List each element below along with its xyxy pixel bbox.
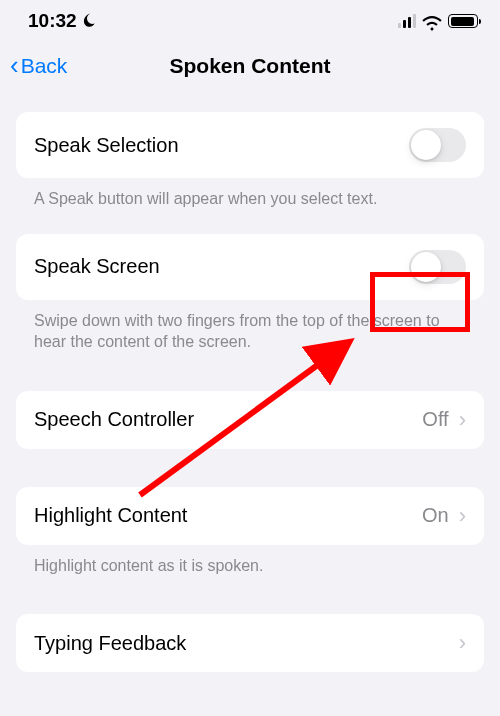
status-time-group: 10:32: [28, 10, 97, 32]
toggle-knob: [411, 252, 441, 282]
chevron-right-icon: ›: [459, 630, 466, 656]
speak-selection-cell[interactable]: Speak Selection: [16, 112, 484, 178]
speech-controller-cell[interactable]: Speech Controller Off ›: [16, 391, 484, 449]
status-bar: 10:32: [0, 0, 500, 38]
speak-screen-toggle[interactable]: [409, 250, 466, 284]
speak-selection-toggle[interactable]: [409, 128, 466, 162]
do-not-disturb-icon: [81, 12, 97, 31]
back-label: Back: [21, 54, 68, 78]
highlight-content-cell[interactable]: Highlight Content On ›: [16, 487, 484, 545]
speak-selection-label: Speak Selection: [34, 134, 179, 157]
highlight-content-footer: Highlight content as it is spoken.: [16, 545, 484, 577]
speech-controller-label: Speech Controller: [34, 408, 194, 431]
chevron-left-icon: ‹: [10, 52, 19, 78]
content-area: Speak Selection A Speak button will appe…: [0, 88, 500, 672]
back-button[interactable]: ‹ Back: [10, 54, 67, 78]
speak-screen-cell[interactable]: Speak Screen: [16, 234, 484, 300]
highlight-content-label: Highlight Content: [34, 504, 187, 527]
status-time: 10:32: [28, 10, 77, 32]
highlight-content-value: On: [422, 504, 449, 527]
speech-controller-disclosure: Off ›: [422, 407, 466, 433]
speak-screen-label: Speak Screen: [34, 255, 160, 278]
page-title: Spoken Content: [0, 54, 500, 78]
typing-feedback-label: Typing Feedback: [34, 632, 186, 655]
typing-feedback-cell[interactable]: Typing Feedback ›: [16, 614, 484, 672]
battery-icon: [448, 14, 478, 28]
status-right: [398, 14, 478, 28]
nav-header: ‹ Back Spoken Content: [0, 38, 500, 88]
highlight-content-disclosure: On ›: [422, 503, 466, 529]
speak-selection-footer: A Speak button will appear when you sele…: [16, 178, 484, 210]
wifi-icon: [422, 14, 442, 28]
speech-controller-value: Off: [422, 408, 448, 431]
typing-feedback-disclosure: ›: [459, 630, 466, 656]
speak-screen-footer: Swipe down with two fingers from the top…: [16, 300, 484, 353]
chevron-right-icon: ›: [459, 407, 466, 433]
toggle-knob: [411, 130, 441, 160]
chevron-right-icon: ›: [459, 503, 466, 529]
cellular-signal-icon: [398, 14, 416, 28]
